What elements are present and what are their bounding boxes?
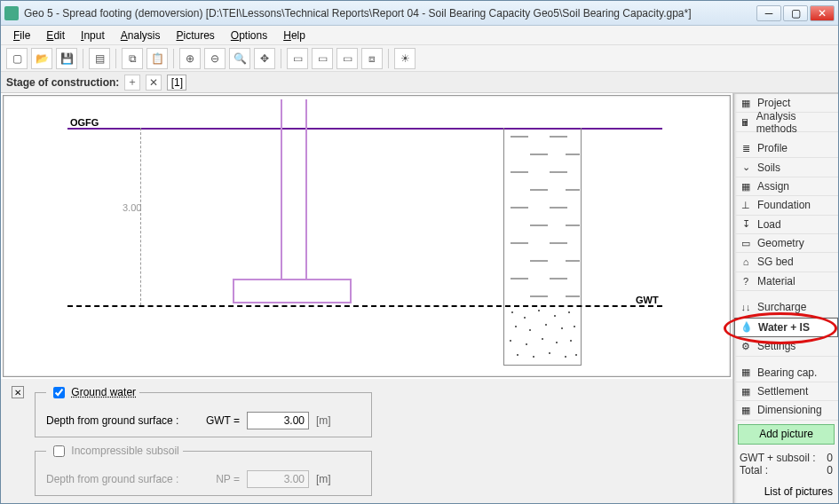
svg-point-20 xyxy=(511,311,513,313)
zoom-out-icon[interactable]: ⊖ xyxy=(204,48,226,69)
list-of-pictures-link[interactable]: List of pictures xyxy=(734,480,838,503)
btn-sgbed[interactable]: ⌂SG bed xyxy=(734,253,838,272)
total-value: 0 xyxy=(827,464,833,476)
footing-outline xyxy=(233,279,352,303)
drawing-viewport[interactable]: OGFG 3.00 xyxy=(3,95,731,377)
add-picture-button[interactable]: Add picture xyxy=(738,424,835,445)
calculator-icon: 🖩 xyxy=(740,116,751,129)
svg-point-38 xyxy=(565,356,566,358)
menu-pictures[interactable]: Pictures xyxy=(169,28,221,43)
svg-point-36 xyxy=(533,356,534,358)
stage-label: Stage of construction: xyxy=(6,76,119,89)
btn-settings[interactable]: ⚙Settings xyxy=(734,337,838,357)
soil-hatch-lower xyxy=(503,305,582,366)
save-icon[interactable]: 💾 xyxy=(56,48,77,69)
separator xyxy=(388,49,389,68)
btn-surcharge[interactable]: ↓↓Surcharge xyxy=(734,298,838,318)
menu-bar: File Edit Input Analysis Pictures Option… xyxy=(1,26,838,45)
svg-point-39 xyxy=(575,354,577,356)
gwt-subsoil-value: 0 xyxy=(827,452,833,464)
btn-soils[interactable]: ⌄Soils xyxy=(734,158,838,177)
btn-dimensioning[interactable]: ▦Dimensioning xyxy=(734,401,838,420)
menu-edit[interactable]: Edit xyxy=(39,28,72,43)
sgbed-icon: ⌂ xyxy=(740,256,752,268)
svg-point-35 xyxy=(517,354,518,356)
app-icon xyxy=(4,6,19,20)
gw-depth-label: Depth from ground surface : xyxy=(46,414,197,427)
btn-analysis-methods[interactable]: 🖩Analysis methods xyxy=(734,113,838,132)
dimensioning-icon: ▦ xyxy=(740,404,752,416)
move-icon[interactable]: ✥ xyxy=(254,48,275,69)
maximize-button[interactable]: ▢ xyxy=(783,5,808,21)
btn-water-is[interactable]: 💧Water + IS xyxy=(734,318,838,337)
btn-foundation[interactable]: ⊥Foundation xyxy=(734,196,838,215)
ic-depth-label: Depth from ground surface : xyxy=(46,473,197,485)
groundwater-legend: Ground water xyxy=(71,386,136,398)
svg-point-21 xyxy=(524,317,526,319)
label-ogfg: OGFG xyxy=(70,117,99,128)
svg-point-34 xyxy=(570,340,572,342)
new-file-icon[interactable]: ▢ xyxy=(6,48,28,69)
btn-profile[interactable]: ≣Profile xyxy=(734,139,838,158)
menu-file[interactable]: File xyxy=(6,28,37,43)
btn-settlement[interactable]: ▦Settlement xyxy=(734,382,838,401)
window-title: Geo 5 - Spread footing (demoversion) [D:… xyxy=(24,7,756,20)
open-file-icon[interactable]: 📂 xyxy=(31,48,52,69)
dim-value: 3.00 xyxy=(123,202,141,213)
save-list-icon[interactable]: ▤ xyxy=(89,48,110,69)
incompressible-checkbox[interactable] xyxy=(53,445,65,457)
surcharge-icon: ↓↓ xyxy=(740,301,752,313)
svg-point-24 xyxy=(568,311,570,313)
btn-bearing[interactable]: ▦Bearing cap. xyxy=(734,364,838,382)
incompressible-legend: Incompressible subsoil xyxy=(71,445,178,457)
bearing-icon: ▦ xyxy=(740,366,752,379)
menu-analysis[interactable]: Analysis xyxy=(114,28,168,43)
groundwater-group: Ground water Depth from ground surface :… xyxy=(35,384,372,437)
rect2-icon[interactable]: ▭ xyxy=(312,48,333,69)
load-icon: ↧ xyxy=(740,218,752,231)
paste-icon[interactable]: 📋 xyxy=(146,48,168,69)
close-button[interactable]: ✕ xyxy=(810,5,835,21)
minimize-button[interactable]: ─ xyxy=(756,5,781,21)
geometry-icon: ▭ xyxy=(740,237,752,249)
gwt-subsoil-label: GWT + subsoil : xyxy=(740,452,815,464)
copy-icon[interactable]: ⧉ xyxy=(122,48,143,69)
light-icon[interactable]: ☀ xyxy=(394,48,416,69)
gw-unit: [m] xyxy=(316,414,331,427)
stage-add-icon[interactable]: ＋ xyxy=(124,75,140,91)
svg-point-32 xyxy=(542,338,543,340)
zoom-pan-icon[interactable]: 🔍 xyxy=(229,48,250,69)
soils-icon: ⌄ xyxy=(740,161,752,174)
menu-input[interactable]: Input xyxy=(74,28,112,43)
gw-symbol: GWT = xyxy=(204,414,240,427)
assign-icon: ▦ xyxy=(740,180,752,193)
water-icon: 💧 xyxy=(740,321,753,334)
btn-load[interactable]: ↧Load xyxy=(734,216,838,234)
bottom-panel: ✕ Ground water Depth from ground surface… xyxy=(1,379,732,503)
svg-point-33 xyxy=(556,342,558,343)
stage-tab-1[interactable]: [1] xyxy=(167,75,186,91)
svg-point-37 xyxy=(549,352,550,354)
zoom-in-icon[interactable]: ⊕ xyxy=(179,48,201,69)
menu-options[interactable]: Options xyxy=(224,28,274,43)
rect3-icon[interactable]: ▭ xyxy=(336,48,358,69)
btn-material[interactable]: ?Material xyxy=(734,272,838,291)
gw-depth-input[interactable] xyxy=(247,412,309,429)
dim-vline xyxy=(140,128,141,305)
settings-icon: ⚙ xyxy=(740,340,752,352)
groundwater-checkbox[interactable] xyxy=(53,387,65,398)
btn-geometry[interactable]: ▭Geometry xyxy=(734,234,838,253)
svg-point-25 xyxy=(515,326,517,327)
rect1-icon[interactable]: ▭ xyxy=(287,48,308,69)
menu-help[interactable]: Help xyxy=(276,28,313,43)
btn-assign[interactable]: ▦Assign xyxy=(734,177,838,196)
stage-remove-icon[interactable]: ✕ xyxy=(146,75,162,91)
zoom-rect-icon[interactable]: ⧈ xyxy=(361,48,383,69)
ic-depth-input xyxy=(247,470,309,488)
svg-point-23 xyxy=(554,315,556,317)
label-gwt: GWT xyxy=(636,295,659,305)
project-icon: ▦ xyxy=(740,97,752,109)
separator xyxy=(173,49,174,68)
close-panel-icon[interactable]: ✕ xyxy=(12,386,24,398)
svg-point-30 xyxy=(510,340,511,342)
